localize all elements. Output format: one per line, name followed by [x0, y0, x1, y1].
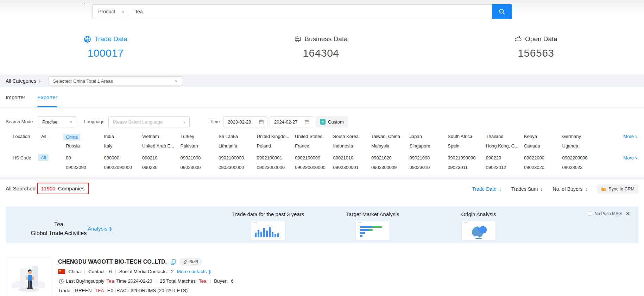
location-option[interactable]: United Kingdo...: [257, 134, 295, 140]
hscode-option[interactable]: 0902100009: [295, 155, 333, 160]
hscode-option[interactable]: 09022090: [66, 165, 104, 170]
hscode-option[interactable]: 09023022: [562, 165, 601, 170]
location-option[interactable]: United Arab E...: [142, 143, 181, 149]
hscode-option[interactable]: 0902300001: [333, 165, 372, 170]
location-option[interactable]: Germany: [562, 134, 601, 140]
all-categories-button[interactable]: All Categories ›: [6, 78, 40, 84]
location-option[interactable]: South Korea: [333, 134, 372, 140]
location-option[interactable]: France: [295, 143, 333, 149]
category-bar: All Categories › Selected: China Total 1…: [0, 75, 644, 87]
location-option[interactable]: China: [63, 134, 80, 140]
analysis-link[interactable]: Analysis ❯: [88, 226, 112, 232]
company-thumbnail[interactable]: [6, 258, 51, 296]
hscode-option[interactable]: 09023012: [486, 165, 524, 170]
hscode-option[interactable]: 09023000000: [257, 165, 295, 170]
selected-areas-select[interactable]: Selected: China Total 1 Areas ∨: [49, 76, 182, 86]
separator: |: [210, 278, 211, 284]
chevron-right-icon: ❯: [208, 269, 211, 274]
location-option[interactable]: Russia: [66, 143, 104, 149]
location-option[interactable]: Vietnam: [142, 134, 181, 140]
stat-value[interactable]: 100017: [60, 47, 151, 59]
hscode-option[interactable]: 0902300000: [219, 165, 257, 170]
hscode-option[interactable]: 090210: [142, 155, 181, 160]
sort-trades-sum[interactable]: Trades Sum ↓: [511, 186, 543, 192]
sort-label: Trades Sum: [511, 186, 538, 192]
hscode-option[interactable]: 090000: [104, 155, 143, 160]
target-market-thumbnail[interactable]: [356, 221, 390, 240]
location-option[interactable]: India: [104, 134, 143, 140]
location-label: Location: [13, 134, 30, 139]
hscode-option[interactable]: 090230: [142, 165, 181, 170]
location-option[interactable]: Turkey: [181, 134, 219, 140]
contact-label: Contact:: [88, 269, 106, 274]
location-option[interactable]: South Africa: [448, 134, 486, 140]
location-option[interactable]: Lithuania: [219, 143, 257, 149]
location-option[interactable]: Hong Kong, C...: [486, 143, 524, 149]
hscode-option[interactable]: 0902200000: [562, 155, 601, 160]
search-mode-select[interactable]: Precise ∨: [38, 116, 76, 127]
hscode-option[interactable]: 09023010: [410, 165, 448, 170]
bizr-badge[interactable]: BizR: [179, 258, 202, 266]
sort-trade-date[interactable]: Trade Date ↓: [472, 186, 501, 192]
location-option[interactable]: Italy: [104, 143, 143, 149]
date-to-input[interactable]: 2024-02-27: [270, 116, 313, 127]
hscode-option[interactable]: 00: [66, 155, 104, 160]
hscode-option[interactable]: 090220: [486, 155, 524, 160]
stat-value[interactable]: 164304: [275, 47, 367, 59]
hscode-option[interactable]: 09023000: [181, 165, 219, 170]
location-more-button[interactable]: More ∨: [623, 134, 638, 139]
trade-pre: GREEN: [75, 288, 92, 293]
trade-3years-thumbnail[interactable]: [251, 221, 285, 240]
hscode-option[interactable]: 09023020: [524, 165, 562, 170]
cloud-icon: [514, 36, 522, 43]
close-icon[interactable]: ✕: [626, 211, 630, 216]
hscode-option[interactable]: 09021090: [410, 155, 448, 160]
location-option[interactable]: Pakistan: [181, 143, 219, 149]
hscode-option[interactable]: 090230000000: [295, 165, 333, 170]
search-input[interactable]: Tea: [129, 9, 492, 14]
language-select[interactable]: Please Select Language ∨: [108, 116, 190, 127]
location-option[interactable]: United States: [295, 134, 333, 140]
hscode-option[interactable]: 09021010: [333, 155, 372, 160]
hscode-option-all[interactable]: All: [38, 154, 49, 161]
sync-to-crm-button[interactable]: Sync to CRM: [597, 184, 638, 194]
search-button[interactable]: [492, 4, 512, 19]
location-option[interactable]: Taiwan, China: [371, 134, 410, 140]
hscode-option[interactable]: 09021090000: [448, 155, 486, 160]
location-option-all[interactable]: All: [41, 134, 46, 139]
location-option[interactable]: Spain: [448, 143, 486, 149]
all-categories-label: All Categories: [6, 78, 36, 84]
more-contacts-link[interactable]: More contacts ❯: [177, 269, 211, 274]
hscode-option[interactable]: 09023011: [448, 165, 486, 170]
social-value: 2: [171, 269, 174, 274]
location-option[interactable]: Singapore: [410, 143, 448, 149]
hscode-option[interactable]: 0902100000: [219, 155, 257, 160]
hscode-option[interactable]: 09022090000: [104, 165, 143, 170]
location-option[interactable]: Poland: [257, 143, 295, 149]
hscode-option[interactable]: 0902300009: [371, 165, 410, 170]
location-option[interactable]: Indonesia: [333, 143, 372, 149]
location-option[interactable]: Japan: [410, 134, 448, 140]
hscode-option[interactable]: 0902100001: [257, 155, 295, 160]
location-option[interactable]: Sri Lanka: [219, 134, 257, 140]
copy-icon[interactable]: [171, 259, 176, 265]
no-push-checkbox[interactable]: [588, 212, 592, 216]
company-name[interactable]: CHENGDU WAGOTT BIO-TECH CO.,LTD.: [58, 259, 167, 265]
hscode-option[interactable]: 09022000: [524, 155, 562, 160]
location-option[interactable]: Thailand: [486, 134, 524, 140]
sort-no-of-buyers[interactable]: No. of Buyers ↓: [553, 186, 588, 192]
tab-importer[interactable]: Importer: [6, 87, 25, 107]
hscode-option[interactable]: 09021000: [181, 155, 219, 160]
date-from-input[interactable]: 2023-02-28: [223, 116, 267, 127]
origin-analysis-thumbnail[interactable]: [462, 221, 495, 240]
location-option[interactable]: Canada: [524, 143, 562, 149]
tab-exporter[interactable]: Exporter: [37, 87, 57, 107]
location-option[interactable]: Uganda: [562, 143, 601, 149]
hscode-option[interactable]: 09021020: [371, 155, 410, 160]
search-category-select[interactable]: Product ∨: [93, 9, 129, 14]
location-option[interactable]: Kenya: [524, 134, 562, 140]
location-option[interactable]: Malaysia: [371, 143, 410, 149]
hscode-more-button[interactable]: More ∨: [623, 155, 638, 160]
stat-value[interactable]: 156563: [490, 47, 582, 59]
custom-time-button[interactable]: ✳ Custom: [316, 116, 348, 127]
